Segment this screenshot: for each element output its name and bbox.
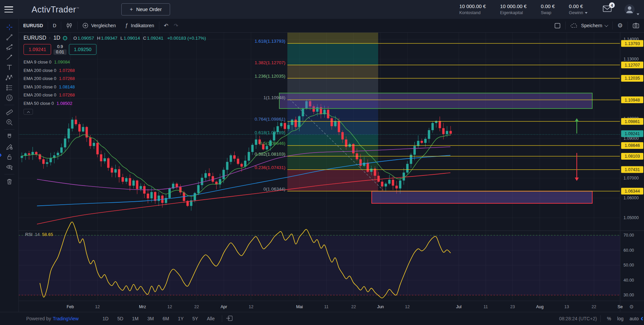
screenshot-button[interactable] bbox=[628, 19, 644, 32]
redo-button[interactable]: ↷ bbox=[173, 19, 183, 32]
range-button-alle[interactable]: Alle bbox=[203, 315, 218, 322]
indicator-label: EMA 9 close 0 bbox=[24, 58, 51, 67]
time-tick: 22 bbox=[592, 304, 596, 309]
svg-text:1.12035: 1.12035 bbox=[625, 76, 640, 81]
legend-collapse-button[interactable] bbox=[24, 109, 33, 115]
auto-scale-button[interactable]: auto bbox=[627, 316, 641, 321]
range-button-6m[interactable]: 6M bbox=[159, 315, 173, 322]
range-button-1d[interactable]: 1D bbox=[99, 315, 112, 322]
tool-emoji[interactable] bbox=[3, 93, 16, 103]
indicator-row[interactable]: EMA 200 close 01.07268 bbox=[24, 75, 206, 83]
date-range-switcher: 1D5D1M3M6M1Y5YAlle bbox=[99, 315, 218, 322]
tool-zoom-in[interactable] bbox=[3, 117, 16, 127]
chart-area[interactable]: 1.618(1.13793)1.382(1.12707)1.236(1.1203… bbox=[18, 32, 644, 312]
account-stat-gewinn[interactable]: 0.00 €Gewinn bbox=[569, 3, 588, 15]
supply-zone-box[interactable] bbox=[279, 93, 592, 109]
indicator-label: EMA 200 close 0 bbox=[24, 67, 56, 75]
tool-trend-line[interactable] bbox=[3, 32, 16, 42]
tool-magnet[interactable] bbox=[3, 132, 16, 142]
time-tick: 11 bbox=[324, 304, 329, 309]
tool-crosshair[interactable] bbox=[3, 22, 16, 32]
tradingview-link[interactable]: TradingView bbox=[53, 316, 79, 321]
timezone-clock[interactable]: 08:28:24 (UTC+2) bbox=[559, 316, 597, 321]
indicator-row[interactable]: EMA 9 close 01.09084 bbox=[24, 58, 206, 67]
indicator-label: EMA 200 close 0 bbox=[24, 91, 56, 99]
buy-button[interactable]: 1.09250 bbox=[69, 44, 96, 55]
time-tick: Jul bbox=[456, 304, 461, 309]
tool-drawing-lock[interactable] bbox=[3, 142, 16, 152]
tool-gann-fib[interactable] bbox=[3, 42, 16, 52]
powered-by: Powered by TradingView bbox=[26, 316, 79, 321]
down-arrow[interactable] bbox=[575, 153, 579, 181]
user-avatar[interactable] bbox=[624, 4, 639, 15]
tool-hide-all[interactable] bbox=[3, 162, 16, 172]
time-axis-gear-icon[interactable]: ⚙ bbox=[629, 304, 634, 310]
range-button-5y[interactable]: 5Y bbox=[189, 315, 202, 322]
collapse-panel-chevron[interactable]: ‹ bbox=[641, 314, 643, 322]
fib-label: 0(1.06344) bbox=[264, 187, 285, 192]
tool-forecast[interactable] bbox=[3, 83, 16, 93]
new-order-button[interactable]: + Neue Order bbox=[121, 3, 170, 15]
go-to-date-button[interactable] bbox=[226, 315, 233, 323]
time-tick: Se bbox=[617, 304, 622, 309]
indicator-row[interactable]: EMA 50 close 01.08502 bbox=[24, 99, 206, 108]
legend-interval[interactable]: 1D bbox=[53, 35, 60, 41]
time-tick: Mrz bbox=[139, 304, 146, 309]
tool-lock-all[interactable] bbox=[3, 152, 16, 162]
spread-pips: 0.9 bbox=[57, 44, 63, 49]
indicator-row[interactable]: EMA 200 close 01.07268 bbox=[24, 67, 206, 75]
price-axis[interactable]: 1.140001.130001.100001.090001.070001.060… bbox=[620, 32, 643, 312]
mail-button[interactable]: 4 bbox=[603, 5, 612, 14]
chart-style-button[interactable] bbox=[61, 19, 77, 32]
compare-button[interactable]: Vergleichen bbox=[78, 19, 120, 32]
time-axis[interactable]: Feb12Mrz1222Apr12Mai1122Jun12Jul1123Aug1… bbox=[18, 301, 644, 310]
time-tick: 12 bbox=[249, 304, 253, 309]
tool-xabcd-pattern[interactable] bbox=[3, 73, 16, 83]
ruler-icon bbox=[5, 108, 13, 116]
percent-scale-button[interactable]: % bbox=[604, 316, 614, 321]
range-button-1m[interactable]: 1M bbox=[128, 315, 142, 322]
settings-button[interactable]: ⚙ bbox=[613, 19, 628, 32]
fib-label: 0.236(1.07431) bbox=[254, 165, 285, 170]
demand-zone-box[interactable] bbox=[372, 191, 592, 203]
tool-remove-all[interactable] bbox=[3, 176, 16, 187]
save-button[interactable]: Speichern bbox=[566, 19, 612, 32]
interval-button[interactable]: D bbox=[48, 19, 61, 32]
log-scale-button[interactable]: log bbox=[614, 316, 627, 321]
rsi-pane[interactable] bbox=[18, 222, 644, 298]
panel-expand-chevron[interactable]: › bbox=[0, 151, 2, 159]
drawing-tools-sidebar: › bbox=[0, 19, 19, 312]
tool-brush[interactable] bbox=[3, 52, 16, 63]
time-tick: 12 bbox=[95, 304, 100, 309]
range-button-1y[interactable]: 1Y bbox=[174, 315, 187, 322]
indicators-button[interactable]: ƒ Indikatoren bbox=[120, 19, 159, 32]
mail-badge: 4 bbox=[609, 2, 615, 8]
tool-text[interactable] bbox=[3, 63, 16, 73]
fib-retracement-band[interactable] bbox=[287, 33, 378, 191]
layout-button[interactable] bbox=[550, 19, 565, 32]
ohlc-item: O1.09057 bbox=[73, 36, 94, 41]
remove-all-icon bbox=[5, 177, 13, 186]
time-tick: Mai bbox=[296, 304, 303, 309]
time-tick: Apr bbox=[220, 304, 227, 309]
range-button-3m[interactable]: 3M bbox=[144, 315, 157, 322]
drawing-lock-icon bbox=[5, 143, 13, 151]
indicator-row[interactable]: EMA 200 close 01.07268 bbox=[24, 91, 206, 99]
up-arrow[interactable] bbox=[575, 118, 579, 133]
rsi-tick: 30.00 bbox=[623, 293, 634, 297]
time-tick: 22 bbox=[351, 304, 356, 309]
undo-button[interactable]: ↶ bbox=[159, 19, 173, 32]
ohlc-values: O1.09057H1.09347L1.09014C1.09241+0.00183… bbox=[73, 36, 206, 41]
sell-button[interactable]: 1.09241 bbox=[24, 44, 51, 55]
menu-icon[interactable] bbox=[4, 6, 13, 12]
tool-ruler[interactable] bbox=[3, 107, 16, 117]
magnet-icon bbox=[5, 133, 13, 141]
indicator-row[interactable]: EMA 100 close 01.08148 bbox=[24, 83, 206, 91]
price-badge-yellow: 1.12707 bbox=[621, 62, 643, 68]
market-status-icon[interactable] bbox=[63, 36, 67, 40]
range-button-5d[interactable]: 5D bbox=[114, 315, 127, 322]
camera-icon bbox=[633, 23, 639, 29]
symbol-button[interactable]: EURUSD bbox=[18, 19, 48, 32]
rsi-tick: 60.00 bbox=[623, 248, 634, 253]
legend-symbol[interactable]: EURUSD bbox=[24, 35, 46, 41]
